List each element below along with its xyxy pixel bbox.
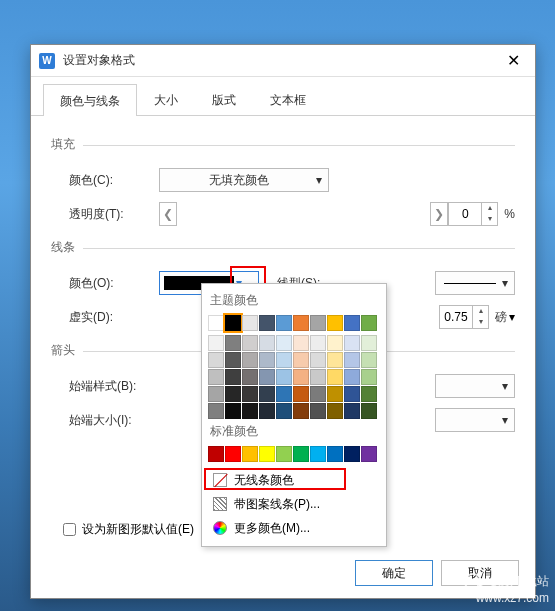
- line-weight-spinner[interactable]: ▴▾: [439, 305, 489, 329]
- transparency-input[interactable]: [449, 207, 481, 221]
- color-swatch[interactable]: [344, 403, 360, 419]
- color-swatch[interactable]: [208, 335, 224, 351]
- color-swatch[interactable]: [259, 369, 275, 385]
- color-swatch[interactable]: [310, 403, 326, 419]
- color-swatch[interactable]: [276, 352, 292, 368]
- color-swatch[interactable]: [242, 315, 258, 331]
- color-swatch[interactable]: [276, 315, 292, 331]
- color-swatch[interactable]: [242, 403, 258, 419]
- color-swatch[interactable]: [276, 403, 292, 419]
- fill-color-dropdown[interactable]: 无填充颜色 ▾: [159, 168, 329, 192]
- close-button[interactable]: ✕: [499, 47, 527, 75]
- color-swatch[interactable]: [310, 369, 326, 385]
- color-swatch[interactable]: [293, 386, 309, 402]
- line-weight-input[interactable]: [440, 310, 472, 324]
- tab-size[interactable]: 大小: [137, 83, 195, 115]
- color-swatch[interactable]: [293, 335, 309, 351]
- color-swatch[interactable]: [293, 369, 309, 385]
- color-swatch[interactable]: [361, 446, 377, 462]
- line-style-dropdown[interactable]: ▾: [435, 271, 515, 295]
- color-swatch[interactable]: [242, 446, 258, 462]
- color-swatch[interactable]: [276, 386, 292, 402]
- color-swatch[interactable]: [225, 386, 241, 402]
- color-swatch[interactable]: [225, 315, 241, 331]
- color-swatch[interactable]: [344, 369, 360, 385]
- tab-color-lines[interactable]: 颜色与线条: [43, 84, 137, 116]
- color-swatch[interactable]: [327, 315, 343, 331]
- color-swatch[interactable]: [208, 352, 224, 368]
- color-swatch[interactable]: [361, 352, 377, 368]
- color-swatch[interactable]: [225, 369, 241, 385]
- color-swatch[interactable]: [310, 446, 326, 462]
- arrow-end-style-dropdown[interactable]: ▾: [435, 374, 515, 398]
- cancel-button[interactable]: 取消: [441, 560, 519, 586]
- set-default-checkbox[interactable]: [63, 523, 76, 536]
- color-swatch[interactable]: [361, 315, 377, 331]
- tab-textbox[interactable]: 文本框: [253, 83, 323, 115]
- color-swatch[interactable]: [344, 446, 360, 462]
- color-swatch[interactable]: [225, 446, 241, 462]
- color-swatch[interactable]: [208, 386, 224, 402]
- color-swatch[interactable]: [344, 352, 360, 368]
- spin-down[interactable]: ▾: [482, 214, 497, 225]
- transparency-label: 透明度(T):: [69, 206, 159, 223]
- color-swatch[interactable]: [259, 403, 275, 419]
- color-swatch[interactable]: [327, 352, 343, 368]
- color-swatch[interactable]: [293, 352, 309, 368]
- color-swatch[interactable]: [242, 386, 258, 402]
- color-swatch[interactable]: [259, 446, 275, 462]
- more-colors-item[interactable]: 更多颜色(M)...: [208, 516, 380, 540]
- color-swatch[interactable]: [259, 386, 275, 402]
- arrow-end-size-dropdown[interactable]: ▾: [435, 408, 515, 432]
- no-line-color-item[interactable]: 无线条颜色: [208, 468, 380, 492]
- color-swatch[interactable]: [310, 315, 326, 331]
- spin-down[interactable]: ▾: [473, 317, 488, 328]
- color-swatch[interactable]: [344, 386, 360, 402]
- tab-layout[interactable]: 版式: [195, 83, 253, 115]
- color-swatch[interactable]: [259, 335, 275, 351]
- spin-up[interactable]: ▴: [473, 306, 488, 317]
- color-swatch[interactable]: [225, 352, 241, 368]
- color-swatch[interactable]: [225, 403, 241, 419]
- color-swatch[interactable]: [327, 386, 343, 402]
- color-swatch[interactable]: [327, 403, 343, 419]
- color-swatch[interactable]: [327, 335, 343, 351]
- color-swatch[interactable]: [293, 403, 309, 419]
- transparency-increase[interactable]: ❯: [430, 202, 448, 226]
- color-swatch[interactable]: [310, 352, 326, 368]
- color-swatch[interactable]: [293, 315, 309, 331]
- fill-color-label: 颜色(C):: [69, 172, 159, 189]
- color-swatch[interactable]: [361, 403, 377, 419]
- color-swatch[interactable]: [361, 335, 377, 351]
- pattern-lines-item[interactable]: 带图案线条(P)...: [208, 492, 380, 516]
- transparency-spinner[interactable]: ▴▾: [448, 202, 498, 226]
- color-swatch[interactable]: [361, 369, 377, 385]
- color-swatch[interactable]: [327, 446, 343, 462]
- color-swatch[interactable]: [276, 335, 292, 351]
- dialog-title: 设置对象格式: [63, 52, 499, 69]
- chevron-down-icon[interactable]: ▾: [509, 310, 515, 324]
- color-swatch[interactable]: [310, 335, 326, 351]
- line-style-preview: [444, 283, 496, 284]
- color-swatch[interactable]: [327, 369, 343, 385]
- color-swatch[interactable]: [361, 386, 377, 402]
- color-swatch[interactable]: [310, 386, 326, 402]
- color-swatch[interactable]: [208, 369, 224, 385]
- color-swatch[interactable]: [344, 335, 360, 351]
- color-swatch[interactable]: [208, 403, 224, 419]
- transparency-decrease[interactable]: ❮: [159, 202, 177, 226]
- color-swatch[interactable]: [344, 315, 360, 331]
- color-swatch[interactable]: [242, 335, 258, 351]
- color-swatch[interactable]: [276, 446, 292, 462]
- spin-up[interactable]: ▴: [482, 203, 497, 214]
- ok-button[interactable]: 确定: [355, 560, 433, 586]
- color-swatch[interactable]: [208, 315, 224, 331]
- color-swatch[interactable]: [259, 315, 275, 331]
- color-swatch[interactable]: [259, 352, 275, 368]
- color-swatch[interactable]: [293, 446, 309, 462]
- color-swatch[interactable]: [242, 352, 258, 368]
- color-swatch[interactable]: [208, 446, 224, 462]
- color-swatch[interactable]: [242, 369, 258, 385]
- color-swatch[interactable]: [276, 369, 292, 385]
- color-swatch[interactable]: [225, 335, 241, 351]
